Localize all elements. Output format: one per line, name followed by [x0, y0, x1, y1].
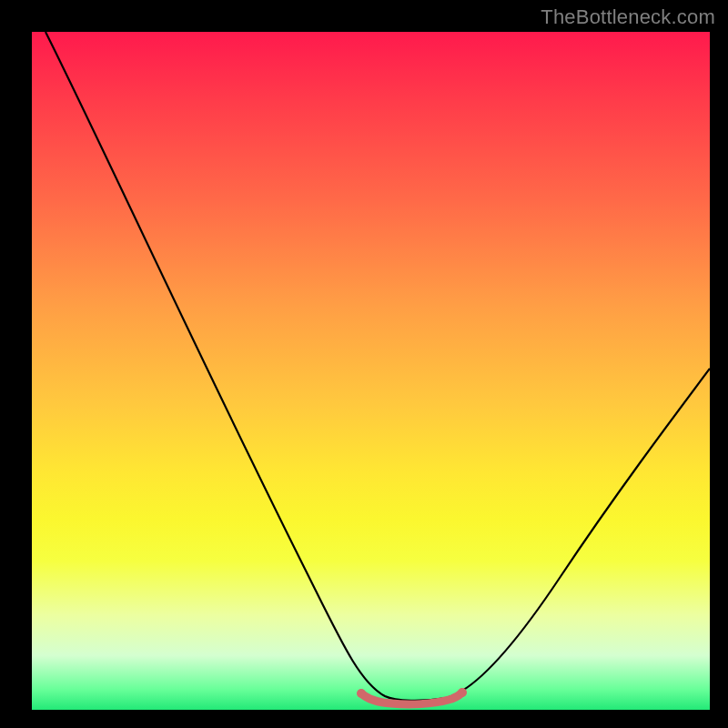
curve-path: [46, 32, 710, 701]
flat-segment-dot-right: [458, 688, 467, 697]
flat-valley-segment: [361, 693, 462, 704]
watermark-text: TheBottleneck.com: [541, 5, 715, 29]
flat-segment-dot-left: [357, 689, 366, 698]
plot-area: [32, 32, 710, 710]
bottleneck-curve: [32, 32, 710, 710]
chart-frame: TheBottleneck.com: [0, 0, 728, 728]
